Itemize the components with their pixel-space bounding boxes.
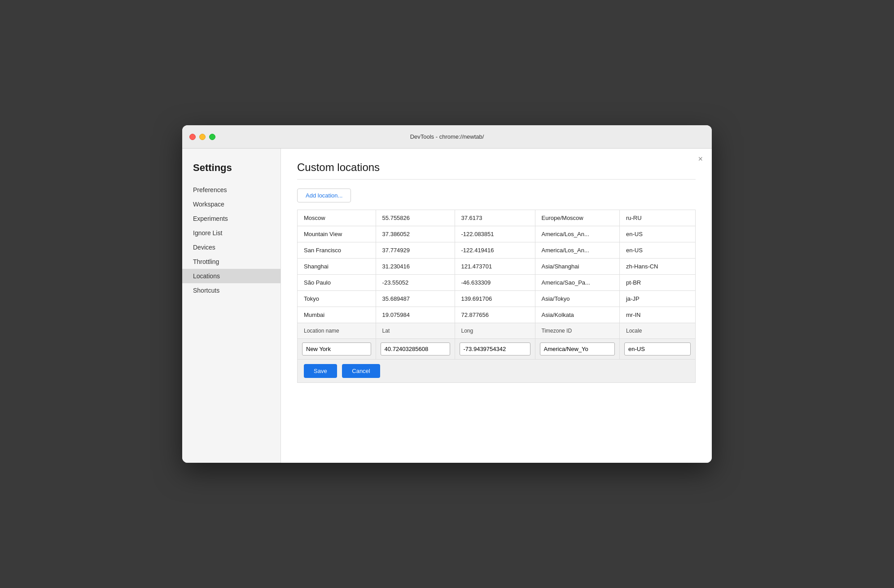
table-row: Moscow 55.755826 37.6173 Europe/Moscow r… [298,210,696,226]
sidebar-item-preferences[interactable]: Preferences [182,183,280,197]
table-row: Tokyo 35.689487 139.691706 Asia/Tokyo ja… [298,291,696,307]
location-locale: zh-Hans-CN [619,259,695,275]
location-name-cell [298,339,376,360]
table-row: San Francisco 37.774929 -122.419416 Amer… [298,242,696,259]
table-row: Mumbai 19.075984 72.877656 Asia/Kolkata … [298,307,696,323]
location-locale: ru-RU [619,210,695,226]
location-name: Shanghai [298,259,376,275]
divider [297,179,696,180]
new-location-input-row [298,339,696,360]
window-title: DevTools - chrome://newtab/ [410,133,484,140]
location-long: -46.633309 [455,275,535,291]
table-row: Mountain View 37.386052 -122.083851 Amer… [298,226,696,242]
location-locale-input[interactable] [624,342,691,355]
location-locale-cell [619,339,695,360]
location-name: Mumbai [298,307,376,323]
titlebar: DevTools - chrome://newtab/ [182,125,712,149]
location-timezone: Europe/Moscow [535,210,619,226]
col-header-locale: Locale [619,323,695,339]
location-timezone-input[interactable] [540,342,615,355]
locations-table: Moscow 55.755826 37.6173 Europe/Moscow r… [297,210,696,383]
col-header-lat: Lat [376,323,455,339]
location-locale: en-US [619,226,695,242]
location-long: -122.419416 [455,242,535,259]
sidebar: Settings Preferences Workspace Experimen… [182,149,281,463]
maximize-traffic-light[interactable] [209,134,215,140]
location-lat: 35.689487 [376,291,455,307]
col-header-long: Long [455,323,535,339]
location-lat: 37.774929 [376,242,455,259]
location-lat: 37.386052 [376,226,455,242]
sidebar-item-ignore-list[interactable]: Ignore List [182,226,280,240]
main-content: × Custom locations Add location... Mosco… [281,149,712,463]
sidebar-item-locations[interactable]: Locations [182,269,280,283]
location-long: 121.473701 [455,259,535,275]
location-lat: -23.55052 [376,275,455,291]
location-locale: ja-JP [619,291,695,307]
location-timezone: America/Los_An... [535,226,619,242]
close-traffic-light[interactable] [189,134,196,140]
sidebar-item-workspace[interactable]: Workspace [182,197,280,211]
col-header-timezone: Timezone ID [535,323,619,339]
action-row: Save Cancel [298,360,696,383]
sidebar-item-shortcuts[interactable]: Shortcuts [182,283,280,298]
location-long: 37.6173 [455,210,535,226]
location-long-cell [455,339,535,360]
location-locale: en-US [619,242,695,259]
location-name: Mountain View [298,226,376,242]
sidebar-item-throttling[interactable]: Throttling [182,255,280,269]
window-body: Settings Preferences Workspace Experimen… [182,149,712,463]
save-button[interactable]: Save [304,364,337,378]
location-timezone: Asia/Kolkata [535,307,619,323]
location-name-input[interactable] [302,342,371,355]
action-cell: Save Cancel [298,360,696,383]
location-long: 139.691706 [455,291,535,307]
cancel-button[interactable]: Cancel [342,364,380,378]
location-lat-cell [376,339,455,360]
location-timezone-cell [535,339,619,360]
devtools-window: DevTools - chrome://newtab/ Settings Pre… [182,125,712,463]
location-name: San Francisco [298,242,376,259]
close-button[interactable]: × [698,155,703,163]
location-name: Tokyo [298,291,376,307]
location-name: São Paulo [298,275,376,291]
location-timezone: Asia/Tokyo [535,291,619,307]
location-locale: pt-BR [619,275,695,291]
location-lat: 31.230416 [376,259,455,275]
location-timezone: America/Los_An... [535,242,619,259]
location-long: 72.877656 [455,307,535,323]
table-row: São Paulo -23.55052 -46.633309 America/S… [298,275,696,291]
col-header-name: Location name [298,323,376,339]
sidebar-item-devices[interactable]: Devices [182,240,280,255]
location-lat: 55.755826 [376,210,455,226]
page-title: Custom locations [297,161,696,174]
traffic-lights [189,134,215,140]
minimize-traffic-light[interactable] [199,134,206,140]
location-lat-input[interactable] [381,342,450,355]
location-long-input[interactable] [460,342,530,355]
location-locale: mr-IN [619,307,695,323]
location-lat: 19.075984 [376,307,455,323]
table-row: Shanghai 31.230416 121.473701 Asia/Shang… [298,259,696,275]
form-header-row: Location name Lat Long Timezone ID Local… [298,323,696,339]
location-name: Moscow [298,210,376,226]
sidebar-item-experiments[interactable]: Experiments [182,211,280,226]
sidebar-heading: Settings [182,158,280,183]
location-timezone: America/Sao_Pa... [535,275,619,291]
add-location-button[interactable]: Add location... [297,189,351,202]
location-timezone: Asia/Shanghai [535,259,619,275]
location-long: -122.083851 [455,226,535,242]
